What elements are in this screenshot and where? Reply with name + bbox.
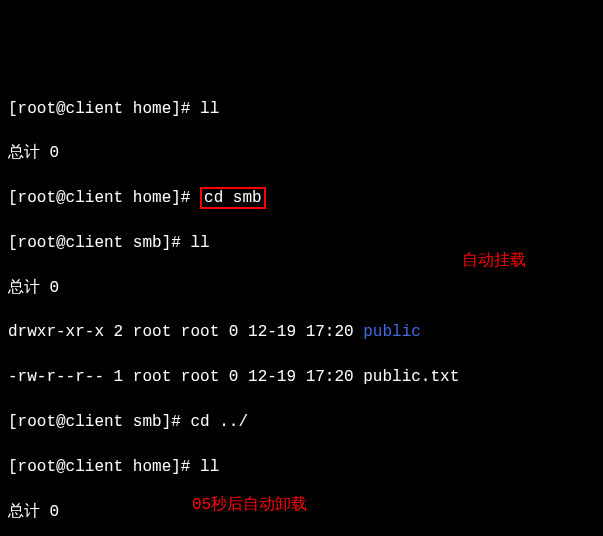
- directory-name: public: [363, 323, 421, 341]
- file-perms: drwxr-xr-x 2 root root 0 12-19 17:20: [8, 323, 363, 341]
- highlighted-command: cd smb: [200, 187, 266, 209]
- annotation-auto-unmount: 05秒后自动卸载: [192, 494, 307, 516]
- prompt: [root@client home]#: [8, 100, 200, 118]
- terminal-line: [root@client smb]# cd ../: [8, 411, 595, 433]
- command: ll: [190, 234, 209, 252]
- command: ll: [200, 100, 219, 118]
- terminal-output: 总计 0: [8, 142, 595, 164]
- terminal-line: [root@client home]# cd smb: [8, 187, 595, 209]
- terminal-line: [root@client home]# ll: [8, 456, 595, 478]
- command: cd ../: [190, 413, 248, 431]
- prompt: [root@client home]#: [8, 458, 200, 476]
- prompt: [root@client home]#: [8, 189, 200, 207]
- command: ll: [200, 458, 219, 476]
- annotation-auto-mount: 自动挂载: [462, 250, 526, 272]
- prompt: [root@client smb]#: [8, 413, 190, 431]
- terminal-output: -rw-r--r-- 1 root root 0 12-19 17:20 pub…: [8, 366, 595, 388]
- terminal-output: 总计 0: [8, 277, 595, 299]
- prompt: [root@client smb]#: [8, 234, 190, 252]
- terminal-output: drwxr-xr-x 2 root root 0 12-19 17:20 pub…: [8, 321, 595, 343]
- terminal-line: [root@client home]# ll: [8, 98, 595, 120]
